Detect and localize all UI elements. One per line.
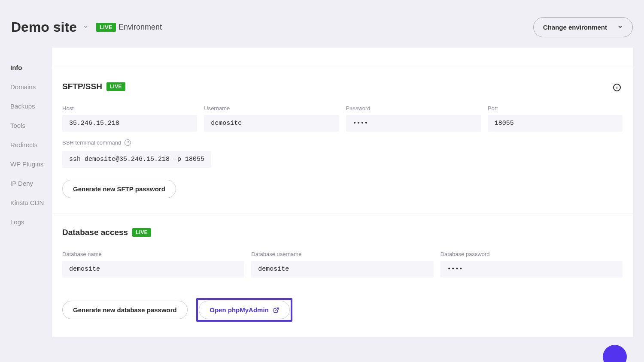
sftp-host-field: Host 35.246.15.218 [62, 105, 197, 132]
database-heading: Database access [62, 228, 128, 237]
sftp-password-value[interactable]: •••• [346, 115, 481, 132]
field-label: Host [62, 105, 197, 112]
ssh-command-wrap: SSH terminal command ? ssh demosite@35.2… [62, 139, 623, 168]
help-icon[interactable]: ? [125, 139, 131, 146]
highlight-box: Open phpMyAdmin [196, 298, 292, 322]
chevron-down-icon[interactable] [83, 24, 88, 31]
change-environment-label: Change environment [543, 24, 607, 31]
change-environment-button[interactable]: Change environment [533, 17, 633, 37]
field-label: Password [346, 105, 481, 112]
db-name-field: Database name demosite [62, 251, 244, 278]
environment-label: Environment [118, 23, 162, 32]
ssh-command-label: SSH terminal command [62, 139, 121, 146]
database-heading-row: Database access LIVE [62, 228, 623, 237]
main-content: SFTP/SSH LIVE i Host 35.246.15.218 Usern… [52, 48, 633, 337]
sidebar-item-domains[interactable]: Domains [10, 83, 52, 90]
button-label: Generate new database password [73, 306, 177, 314]
generate-db-password-button[interactable]: Generate new database password [62, 301, 188, 319]
sftp-username-field: Username demosite [204, 105, 339, 132]
external-link-icon [273, 307, 279, 313]
fab-button[interactable] [603, 345, 627, 362]
sftp-heading-row: SFTP/SSH LIVE [62, 82, 623, 91]
panel-divider [52, 48, 633, 68]
generate-sftp-password-button[interactable]: Generate new SFTP password [62, 180, 176, 198]
field-label: Database username [251, 251, 433, 257]
sftp-username-value[interactable]: demosite [204, 115, 339, 132]
sftp-host-value[interactable]: 35.246.15.218 [62, 115, 197, 132]
field-label: Database name [62, 251, 244, 257]
sidebar: Info Domains Backups Tools Redirects WP … [0, 48, 52, 337]
db-username-value[interactable]: demosite [251, 261, 433, 278]
field-label: Port [488, 105, 623, 112]
sidebar-item-tools[interactable]: Tools [10, 122, 52, 129]
db-password-field: Database password •••• [440, 251, 623, 278]
live-badge: LIVE [96, 23, 116, 32]
sidebar-item-backups[interactable]: Backups [10, 103, 52, 110]
sidebar-item-logs[interactable]: Logs [10, 218, 52, 226]
sidebar-item-ip-deny[interactable]: IP Deny [10, 180, 52, 187]
sftp-heading: SFTP/SSH [62, 82, 102, 91]
live-badge: LIVE [132, 228, 151, 237]
info-icon[interactable]: i [613, 84, 621, 91]
database-section: Database access LIVE Database name demos… [52, 214, 633, 337]
sftp-password-field: Password •••• [346, 105, 481, 132]
site-title: Demo site [11, 19, 77, 35]
db-password-value[interactable]: •••• [440, 261, 623, 278]
sidebar-item-info[interactable]: Info [10, 64, 52, 71]
live-badge: LIVE [106, 82, 125, 91]
ssh-command-value[interactable]: ssh demosite@35.246.15.218 -p 18055 [62, 151, 211, 168]
sidebar-item-wp-plugins[interactable]: WP Plugins [10, 160, 52, 168]
sidebar-item-kinsta-cdn[interactable]: Kinsta CDN [10, 199, 52, 206]
field-label: Database password [440, 251, 623, 257]
db-name-value[interactable]: demosite [62, 261, 244, 278]
field-label: Username [204, 105, 339, 112]
sidebar-item-redirects[interactable]: Redirects [10, 141, 52, 148]
open-phpmyadmin-button[interactable]: Open phpMyAdmin [199, 301, 290, 319]
chevron-down-icon [617, 24, 623, 31]
page-header: Demo site LIVE Environment Change enviro… [0, 0, 644, 48]
sftp-port-value[interactable]: 18055 [488, 115, 623, 132]
svg-line-0 [276, 308, 278, 310]
sftp-section: SFTP/SSH LIVE i Host 35.246.15.218 Usern… [52, 68, 633, 214]
db-username-field: Database username demosite [251, 251, 433, 278]
sftp-port-field: Port 18055 [488, 105, 623, 132]
button-label: Generate new SFTP password [73, 185, 165, 193]
button-label: Open phpMyAdmin [210, 306, 269, 314]
